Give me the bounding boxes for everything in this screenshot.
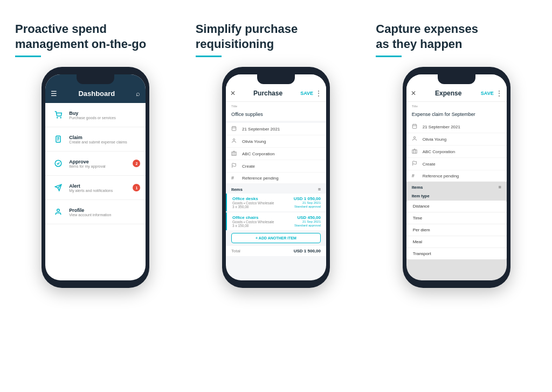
building-icon (231, 150, 239, 157)
profile-icon (51, 204, 66, 219)
search-icon[interactable]: ⌕ (136, 90, 140, 98)
save-button[interactable]: SAVE (300, 91, 313, 96)
expense-person-field: Olivia Young (406, 133, 507, 146)
menu-item-profile[interactable]: Profile View account information (45, 200, 146, 224)
menu-text-profile: Profile View account information (69, 208, 140, 217)
expense-filter-icon[interactable]: ≡ (498, 184, 501, 190)
purchase-screen: ✕ Purchase SAVE ⋮ Title Office supplies … (226, 74, 326, 280)
dashboard-title: Dashboard (78, 90, 115, 98)
title-field: Title Office supplies (226, 102, 326, 121)
panel-heading-3: Capture expenses as they happen (376, 22, 537, 51)
hamburger-icon[interactable]: ☰ (51, 90, 57, 98)
svg-point-1 (60, 118, 61, 118)
expense-title-field: Title Expense claim for September (406, 102, 507, 121)
company-field: ABC Corporation (226, 148, 326, 160)
item-type-dropdown: Distance Time Per diem Meal Transport (406, 201, 507, 259)
svg-point-19 (413, 136, 415, 138)
expense-company-field: ABC Corporation (406, 146, 507, 158)
phone-1: ☰ Dashboard ⌕ Buy Purchase goods or serv… (42, 67, 149, 288)
more-icon[interactable]: ⋮ (315, 90, 322, 97)
expense-title: Expense (416, 90, 481, 97)
menu-text-alert: Alert My alerts and notifications (69, 183, 133, 192)
phone-3: ✕ Expense SAVE ⋮ Title Expense claim for… (403, 67, 510, 288)
teal-underline-1 (15, 56, 41, 57)
teal-underline-3 (376, 56, 402, 57)
phone-notch-1 (77, 74, 114, 84)
expense-more-icon[interactable]: ⋮ (496, 90, 502, 97)
cart-icon (51, 107, 66, 122)
expense-date-field: 21 September 2021 (406, 121, 507, 133)
dashboard-screen: ☰ Dashboard ⌕ Buy Purchase goods or serv… (45, 74, 146, 280)
person-icon (231, 138, 239, 145)
approve-badge: 2 (133, 160, 140, 167)
menu-item-alert[interactable]: Alert My alerts and notifications 1 (45, 176, 146, 200)
svg-rect-20 (412, 150, 417, 153)
claim-icon (51, 132, 66, 147)
panel-purchase: Simplify purchase requisitioning ✕ Purch… (186, 11, 367, 381)
expense-save-button[interactable]: SAVE (481, 91, 494, 96)
filter-icon[interactable]: ≡ (318, 187, 321, 192)
items-header: Items ≡ (226, 184, 326, 194)
panel-heading-1: Proactive spend management on-the-go (15, 22, 176, 51)
ref-field: # Reference pending (226, 173, 326, 184)
phone-notch-3 (438, 74, 475, 84)
menu-item-approve[interactable]: Approve Items for my approval 2 (45, 152, 146, 176)
phone-2: ✕ Purchase SAVE ⋮ Title Office supplies … (222, 67, 330, 288)
alert-icon (51, 180, 66, 195)
expense-items-header: Items ≡ (406, 182, 507, 191)
menu-text-claim: Claim Create and submit expense claims (69, 135, 140, 144)
item-type-label: Item type (406, 191, 507, 200)
svg-point-0 (57, 118, 58, 118)
main-container: Proactive spend management on-the-go ☰ D… (0, 0, 552, 392)
panel-dashboard: Proactive spend management on-the-go ☰ D… (5, 11, 186, 381)
phone-notch-2 (257, 74, 295, 84)
svg-rect-13 (232, 152, 236, 155)
calendar-icon (231, 126, 239, 132)
item-type-distance[interactable]: Distance (406, 201, 507, 212)
menu-item-claim[interactable]: Claim Create and submit expense claims (45, 127, 146, 152)
close-icon[interactable]: ✕ (230, 90, 236, 97)
menu-text-approve: Approve Items for my approval (69, 159, 133, 168)
add-item-button[interactable]: + ADD ANOTHER ITEM (231, 233, 321, 243)
expense-flag-icon (412, 161, 419, 167)
expense-calendar-icon (412, 123, 419, 130)
person-field: Olivia Young (226, 135, 326, 148)
hash-icon: # (231, 175, 239, 181)
item-type-perdiem[interactable]: Per diem (406, 224, 507, 236)
flag-icon (231, 163, 239, 169)
menu-text-buy: Buy Purchase goods or services (69, 111, 140, 120)
approve-icon (51, 156, 66, 171)
expense-screen: ✕ Expense SAVE ⋮ Title Expense claim for… (406, 74, 507, 280)
svg-rect-15 (412, 125, 417, 129)
alert-badge: 1 (133, 184, 140, 191)
purchase-title: Purchase (236, 90, 300, 97)
svg-point-7 (57, 209, 60, 212)
expense-close-icon[interactable]: ✕ (411, 90, 416, 97)
item-1[interactable]: Office desks USD 1 050,00 Goods • Costco… (226, 194, 326, 211)
teal-underline-2 (196, 56, 222, 57)
flag-field: Create (226, 160, 326, 173)
menu-item-buy[interactable]: Buy Purchase goods or services (45, 103, 146, 127)
expense-person-icon (412, 136, 419, 142)
item-type-time[interactable]: Time (406, 212, 507, 224)
item-type-meal[interactable]: Meal (406, 236, 507, 248)
item-type-transport[interactable]: Transport (406, 248, 507, 259)
expense-flag-field: Create (406, 158, 507, 170)
panel-heading-2: Simplify purchase requisitioning (196, 22, 357, 51)
expense-hash-icon: # (412, 173, 419, 178)
expense-building-icon (412, 148, 419, 155)
svg-rect-8 (232, 127, 236, 131)
expense-ref-field: # Reference pending (406, 170, 507, 182)
date-field: 21 September 2021 (226, 123, 326, 135)
panel-expense: Capture expenses as they happen ✕ Expens… (366, 11, 547, 381)
svg-point-12 (233, 139, 234, 140)
item-2[interactable]: Office chairs USD 450,00 Goods • Costco … (226, 212, 326, 230)
total-row: Total USD 1 500,00 (226, 246, 326, 256)
